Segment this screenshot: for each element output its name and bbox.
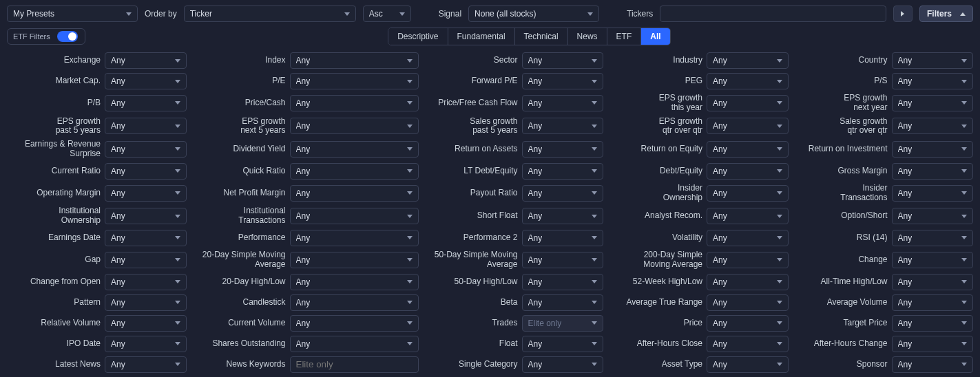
orderby-select[interactable]: Ticker	[184, 6, 356, 22]
filter-select[interactable]: Elite only	[522, 315, 604, 332]
filter-select[interactable]: Any	[892, 294, 974, 311]
filter-select[interactable]: Any	[707, 208, 789, 224]
filter-select[interactable]: Any	[105, 336, 187, 352]
filter-cell: ExchangeAny	[7, 52, 187, 69]
filter-select[interactable]: Any	[522, 336, 604, 352]
filter-select[interactable]: Any	[892, 356, 974, 373]
filter-select[interactable]: Any	[707, 336, 789, 352]
filter-select[interactable]: Any	[892, 52, 974, 69]
filter-select[interactable]: Any	[707, 118, 789, 134]
filter-select[interactable]: Any	[105, 315, 187, 332]
tab-fundamental[interactable]: Fundamental	[448, 28, 515, 45]
filter-select[interactable]: Any	[522, 274, 604, 290]
filter-select[interactable]: Any	[892, 118, 974, 134]
orderdir-select[interactable]: Asc	[363, 6, 411, 22]
filter-select[interactable]: Any	[892, 208, 974, 224]
etf-filters-toggle[interactable]	[57, 31, 78, 42]
filter-select[interactable]: Any	[892, 274, 974, 290]
filter-select[interactable]: Any	[522, 185, 604, 202]
filter-select[interactable]: Any	[105, 73, 187, 89]
filter-select[interactable]: Any	[105, 274, 187, 290]
filter-select[interactable]: Any	[105, 118, 187, 134]
filter-label: EPS growth past 5 years	[7, 117, 101, 136]
filter-cell: Debt/EquityAny	[609, 163, 789, 180]
filter-select[interactable]: Any	[290, 95, 419, 111]
tickers-go-button[interactable]	[893, 6, 913, 22]
filter-select[interactable]: Any	[707, 73, 789, 89]
tickers-input[interactable]	[660, 6, 886, 22]
filter-select[interactable]: Any	[522, 230, 604, 246]
chevron-down-icon	[777, 59, 782, 63]
filter-select[interactable]: Any	[892, 73, 974, 89]
filter-cell: ChangeAny	[794, 250, 974, 270]
filter-select[interactable]: Any	[105, 356, 187, 373]
filter-select[interactable]: Any	[290, 336, 419, 352]
filter-select[interactable]: Any	[892, 252, 974, 268]
filter-select[interactable]: Any	[522, 52, 604, 69]
filter-select[interactable]: Any	[105, 208, 187, 224]
presets-select[interactable]: My Presets	[7, 6, 138, 22]
filter-select[interactable]: Any	[290, 315, 419, 332]
filter-select[interactable]: Any	[105, 95, 187, 111]
filter-select[interactable]: Any	[105, 141, 187, 158]
filter-select[interactable]: Any	[707, 274, 789, 290]
filter-label: All-Time High/Low	[794, 277, 888, 287]
filter-cell: BetaAny	[424, 294, 604, 311]
filter-select[interactable]: Any	[290, 141, 419, 158]
tab-etf[interactable]: ETF	[607, 28, 642, 45]
filter-select[interactable]: Any	[290, 118, 419, 134]
filter-select[interactable]: Any	[105, 163, 187, 180]
filter-select[interactable]: Any	[290, 52, 419, 69]
filter-select[interactable]: Any	[892, 315, 974, 332]
filter-label: Institutional Transactions	[192, 206, 286, 226]
filter-select[interactable]: Any	[707, 163, 789, 180]
filter-select[interactable]: Any	[522, 141, 604, 158]
filter-select[interactable]: Any	[105, 230, 187, 246]
tab-news[interactable]: News	[568, 28, 607, 45]
filter-select[interactable]: Any	[707, 141, 789, 158]
filter-select[interactable]: Any	[522, 208, 604, 224]
filter-select[interactable]: Any	[707, 356, 789, 373]
filter-select[interactable]: Any	[707, 185, 789, 202]
filter-select[interactable]: Any	[290, 185, 419, 202]
signal-select[interactable]: None (all stocks)	[468, 6, 599, 22]
filter-select[interactable]: Any	[522, 356, 604, 373]
tab-all[interactable]: All	[641, 28, 669, 45]
filter-select[interactable]: Any	[707, 95, 789, 111]
filter-select[interactable]: Any	[707, 230, 789, 246]
filter-select[interactable]: Any	[707, 52, 789, 69]
filter-select[interactable]: Any	[892, 95, 974, 111]
filters-toggle-button[interactable]: Filters	[919, 6, 973, 22]
filter-select[interactable]: Any	[290, 163, 419, 180]
filter-select[interactable]: Any	[892, 141, 974, 158]
filter-select[interactable]: Any	[290, 230, 419, 246]
filter-select[interactable]: Any	[522, 252, 604, 268]
filter-select[interactable]: Any	[892, 230, 974, 246]
filter-input[interactable]	[290, 356, 419, 373]
filter-select[interactable]: Any	[105, 52, 187, 69]
filter-select[interactable]: Any	[522, 163, 604, 180]
filter-select[interactable]: Any	[892, 336, 974, 352]
filter-select[interactable]: Any	[522, 118, 604, 134]
filter-select[interactable]: Any	[290, 73, 419, 89]
filter-select[interactable]: Any	[892, 163, 974, 180]
filter-label: PEG	[609, 76, 702, 86]
filter-select[interactable]: Any	[707, 294, 789, 311]
filter-select[interactable]: Any	[290, 274, 419, 290]
filter-select[interactable]: Any	[522, 95, 604, 111]
filter-label: Volatility	[609, 233, 702, 243]
filter-select[interactable]: Any	[892, 185, 974, 202]
filter-select[interactable]: Any	[105, 185, 187, 202]
filter-select[interactable]: Any	[290, 294, 419, 311]
filter-select[interactable]: Any	[522, 294, 604, 311]
filter-select[interactable]: Any	[707, 315, 789, 332]
chevron-down-icon	[407, 59, 413, 63]
filter-select[interactable]: Any	[707, 252, 789, 268]
filter-select[interactable]: Any	[105, 252, 187, 268]
filter-select[interactable]: Any	[522, 73, 604, 89]
filter-select[interactable]: Any	[290, 208, 419, 224]
tab-technical[interactable]: Technical	[515, 28, 568, 45]
filter-select[interactable]: Any	[105, 294, 187, 311]
tab-descriptive[interactable]: Descriptive	[388, 28, 448, 45]
filter-select[interactable]: Any	[290, 252, 419, 268]
